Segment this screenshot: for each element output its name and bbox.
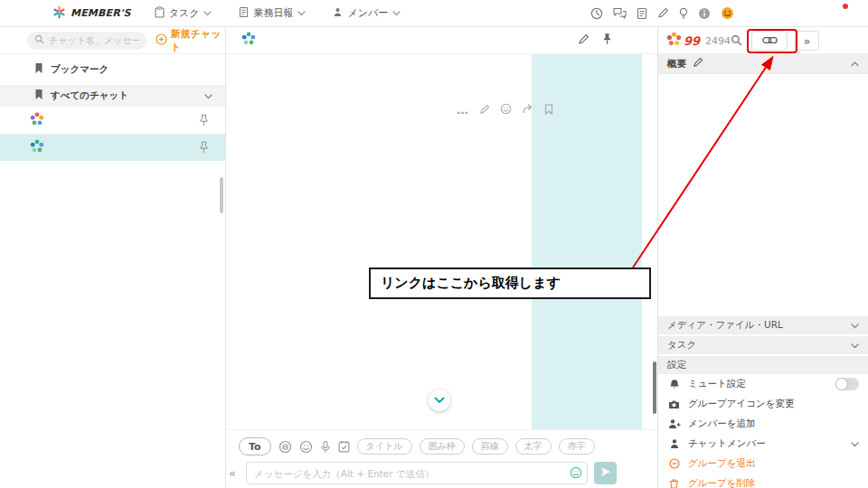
panel-section-overview[interactable]: 概要 (658, 54, 868, 74)
bookmark-icon[interactable] (544, 104, 553, 117)
media-label: メディア・ファイル・URL (667, 319, 783, 332)
chevron-up-icon (851, 58, 859, 70)
pin-icon[interactable] (199, 141, 209, 154)
sidebar-header: 新規チャット (0, 27, 225, 54)
sidebar-item-bookmarks[interactable]: ブックマーク (0, 58, 225, 81)
edit-icon[interactable] (479, 104, 490, 117)
nav-item-members[interactable]: メンバー (333, 6, 401, 20)
chat-bubbles-icon[interactable] (613, 7, 627, 19)
top-navigation: タスク 業務日報 メンバー (155, 6, 401, 21)
plus-circle-icon (156, 33, 167, 48)
scroll-to-bottom-button[interactable] (429, 389, 450, 411)
app-logo[interactable]: MEMBER'S (52, 5, 131, 22)
emoji-icon[interactable] (500, 103, 512, 117)
more-icon[interactable]: … (457, 107, 469, 114)
send-button[interactable] (594, 462, 617, 484)
group-avatar (241, 31, 257, 50)
new-chat-button[interactable]: 新規チャット (156, 27, 225, 54)
citation-icon[interactable] (278, 440, 292, 454)
bookmarks-label: ブックマーク (51, 63, 108, 76)
settings-label: 設定 (667, 359, 686, 371)
settings-item-label: ミュート設定 (688, 378, 746, 390)
all-chats-label: すべてのチャット (51, 89, 128, 102)
settings-item-label: グループを退出 (688, 457, 755, 470)
bookmark-icon (34, 89, 43, 103)
topbar-icons (590, 6, 734, 20)
chat-search-input[interactable] (49, 35, 139, 45)
settings-item-change-group-icon[interactable]: グループアイコンを変更 (658, 394, 868, 414)
chat-main: … To タイトル 囲み枠 罫線 太字 (226, 27, 657, 488)
send-icon (600, 466, 611, 480)
notification-dot (843, 4, 848, 9)
app-window: MEMBER'S タスク 業務日報 メンバー (0, 0, 868, 488)
composer-input-row: « (239, 462, 617, 484)
format-pill-box[interactable]: 囲み枠 (420, 438, 465, 455)
copy-link-button[interactable] (751, 31, 788, 51)
template-icon[interactable] (338, 440, 350, 453)
person-add-icon (667, 418, 681, 429)
message-hover-actions: … (457, 103, 553, 117)
minus-circle-icon (667, 458, 681, 469)
clock-icon[interactable] (590, 7, 603, 20)
nav-item-label: メンバー (347, 6, 388, 20)
nav-item-tasks[interactable]: タスク (155, 6, 212, 21)
panel-section-tasks[interactable]: タスク (658, 336, 868, 356)
report-document-icon[interactable] (637, 7, 647, 20)
detail-panel: 99 2494 » 概要 メディア・ファイル・URL タスク 設定 (657, 27, 868, 488)
lightbulb-icon[interactable] (679, 7, 688, 20)
panel-header: 99 2494 » (658, 27, 868, 54)
reply-icon[interactable] (522, 104, 534, 117)
chevron-down-icon (392, 7, 401, 19)
format-pill-rule[interactable]: 罫線 (472, 438, 508, 455)
emoji-icon[interactable] (570, 466, 582, 479)
search-in-chat-icon[interactable] (731, 34, 742, 46)
topbar: MEMBER'S タスク 業務日報 メンバー (0, 0, 868, 27)
chat-list-item-selected[interactable] (0, 134, 225, 161)
emoji-picker-icon[interactable] (299, 440, 313, 454)
settings-item-add-member[interactable]: メンバーを追加 (658, 414, 868, 434)
format-pill-bold[interactable]: 太字 (515, 438, 552, 455)
chat-message-area: … (226, 54, 657, 429)
format-pill-red[interactable]: 赤字 (559, 438, 595, 455)
collapse-sidebar-icon[interactable]: « (229, 466, 240, 480)
message-input[interactable] (246, 462, 588, 484)
edit-overview-icon[interactable] (693, 57, 703, 70)
sidebar-scrollbar[interactable] (220, 177, 223, 213)
settings-item-delete-group[interactable]: グループを削除 (658, 474, 868, 488)
settings-item-leave-group[interactable]: グループを退出 (658, 454, 868, 474)
composer: To タイトル 囲み枠 罫線 太字 赤字 « (226, 429, 657, 488)
pencil-icon[interactable] (657, 7, 669, 19)
settings-item-chat-members[interactable]: チャットメンバー (658, 434, 868, 454)
microphone-icon[interactable] (320, 440, 331, 454)
settings-item-label: メンバーを追加 (688, 418, 755, 430)
to-button[interactable]: To (239, 437, 271, 455)
new-chat-label: 新規チャット (171, 27, 225, 54)
chevron-down-icon (297, 7, 306, 19)
message-input-wrap (246, 462, 588, 484)
pin-icon[interactable] (602, 33, 612, 48)
nav-item-daily-report[interactable]: 業務日報 (239, 6, 306, 21)
trash-icon (667, 478, 681, 488)
settings-item-mute[interactable]: ミュート設定 (658, 374, 868, 394)
expand-panel-button[interactable]: » (795, 31, 819, 51)
pin-icon[interactable] (199, 114, 209, 127)
format-pill-title[interactable]: タイトル (357, 438, 412, 455)
link-icon (762, 35, 778, 47)
bookmark-icon (34, 62, 43, 77)
sidebar-item-all-chats[interactable]: すべてのチャット (0, 85, 225, 107)
search-icon (34, 34, 44, 47)
chat-list-item[interactable] (0, 107, 225, 134)
chat-search-box (27, 32, 146, 50)
reaction-count: 2494 (705, 35, 731, 47)
emoji-face-icon[interactable] (721, 6, 734, 20)
info-icon[interactable] (698, 7, 711, 20)
logo-pinwheel-icon (52, 5, 66, 22)
toggle-knob (836, 379, 847, 389)
chevron-down-icon (851, 438, 859, 449)
bell-icon (667, 379, 681, 390)
chat-scrollbar[interactable] (653, 361, 656, 414)
panel-section-media[interactable]: メディア・ファイル・URL (658, 316, 868, 336)
nav-item-label: タスク (169, 6, 200, 20)
mute-toggle[interactable] (835, 378, 859, 390)
edit-chat-icon[interactable] (578, 33, 590, 48)
